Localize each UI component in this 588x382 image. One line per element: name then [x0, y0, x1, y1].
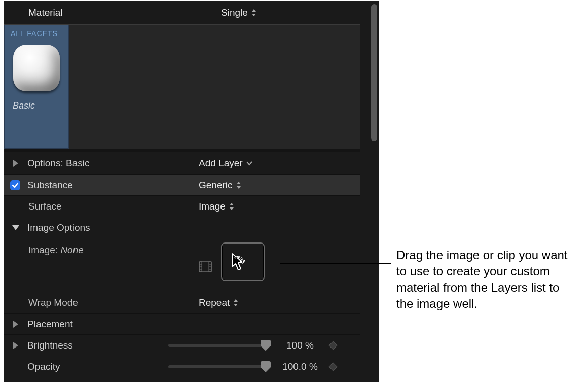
slider-knob[interactable] [261, 361, 271, 372]
material-preview-thumb [13, 45, 60, 91]
film-clip-icon [199, 261, 212, 275]
up-down-stepper-icon [251, 9, 257, 17]
inspector-panel: Material Single ALL FACETS Basic Options… [4, 1, 379, 382]
facets-strip: ALL FACETS Basic [4, 24, 360, 149]
substance-label: Substance [27, 180, 199, 191]
surface-row: Surface Image [4, 196, 360, 217]
up-down-stepper-icon [229, 202, 235, 211]
facet-tab-label: ALL FACETS [5, 25, 68, 40]
chevron-down-icon [246, 161, 253, 166]
opacity-slider[interactable] [168, 365, 270, 368]
callout-text: Drag the image or clip you want to use t… [396, 247, 579, 312]
image-label: Image: None [28, 244, 199, 256]
opacity-label: Opacity [27, 361, 168, 372]
options-label: Options: Basic [27, 158, 199, 169]
surface-select[interactable]: Image [199, 201, 235, 212]
vertical-scrollbar[interactable] [369, 1, 379, 382]
brightness-slider[interactable] [168, 344, 270, 347]
wrap-mode-select[interactable]: Repeat [199, 297, 239, 308]
material-label: Material [28, 7, 221, 18]
substance-select[interactable]: Generic [199, 180, 242, 191]
substance-value: Generic [199, 180, 233, 191]
options-row: Options: Basic Add Layer [4, 152, 360, 175]
up-down-stepper-icon [233, 299, 239, 307]
facet-card-all[interactable]: ALL FACETS Basic [4, 25, 69, 149]
material-name: Basic [5, 91, 68, 111]
wrap-mode-row: Wrap Mode Repeat [4, 292, 360, 314]
substance-row[interactable]: Substance Generic [4, 175, 360, 196]
brightness-row: Brightness 100 % [4, 335, 360, 356]
material-header-row: Material Single [4, 1, 360, 24]
slider-knob[interactable] [261, 340, 271, 351]
placement-label: Placement [27, 319, 199, 330]
add-layer-label: Add Layer [199, 158, 243, 169]
callout-leader-line [280, 263, 391, 264]
image-options-group-row: Image Options [4, 217, 360, 238]
disclosure-right-icon[interactable] [13, 160, 18, 167]
keyframe-diamond-icon[interactable] [329, 341, 338, 350]
image-value: None [60, 245, 83, 255]
material-mode-value: Single [221, 7, 248, 18]
opacity-value[interactable]: 100.0 % [280, 361, 320, 372]
brightness-value[interactable]: 100 % [280, 340, 320, 351]
disclosure-down-icon[interactable] [12, 225, 19, 230]
up-down-stepper-icon [236, 181, 242, 189]
keyframe-diamond-icon[interactable] [329, 363, 338, 371]
disclosure-right-icon[interactable] [13, 342, 18, 349]
image-well[interactable] [221, 242, 265, 281]
brightness-label: Brightness [27, 340, 168, 351]
wrap-mode-value: Repeat [199, 297, 230, 308]
opacity-row: Opacity 100.0 % [4, 356, 360, 377]
image-row: Image: None bozeman [4, 238, 360, 285]
surface-label: Surface [28, 201, 199, 212]
substance-checkbox[interactable] [10, 180, 20, 190]
disclosure-right-icon[interactable] [13, 321, 18, 328]
surface-value: Image [199, 201, 226, 212]
image-options-label: Image Options [27, 222, 199, 233]
placement-row: Placement [4, 314, 360, 335]
wrap-mode-label: Wrap Mode [28, 297, 199, 308]
material-mode-select[interactable]: Single [221, 7, 257, 18]
scrollbar-thumb[interactable] [371, 4, 377, 141]
add-layer-button[interactable]: Add Layer [199, 158, 253, 169]
